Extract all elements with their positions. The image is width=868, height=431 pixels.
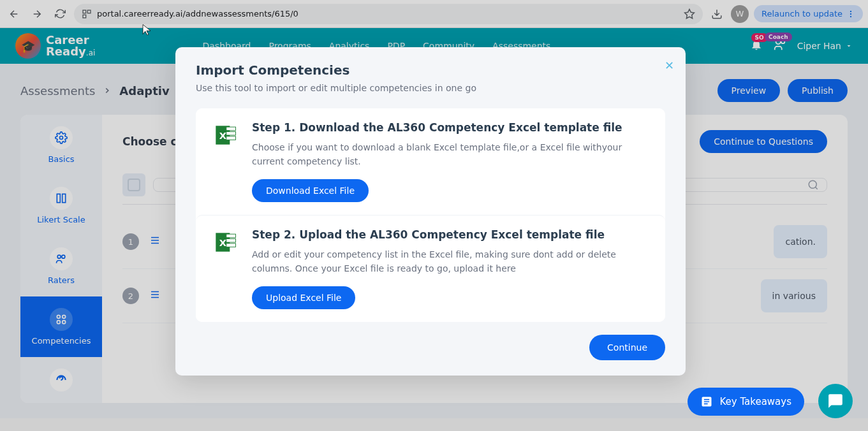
key-takeaways-button[interactable]: Key Takeaways <box>688 388 804 416</box>
download-excel-button[interactable]: Download Excel File <box>252 179 369 202</box>
step-2-card: X Step 2. Upload the AL360 Competency Ex… <box>196 215 665 322</box>
step-1-card: X Step 1. Download the AL360 Competency … <box>196 108 665 215</box>
svg-rect-33 <box>226 234 236 238</box>
modal-subtitle: Use this tool to import or edit multiple… <box>196 83 665 93</box>
svg-rect-30 <box>226 136 236 140</box>
svg-text:X: X <box>219 130 226 141</box>
chat-button[interactable] <box>818 384 853 418</box>
close-icon[interactable]: ✕ <box>665 59 674 72</box>
step-2-title: Step 2. Upload the AL360 Competency Exce… <box>252 228 650 241</box>
step-1-desc: Choose if you want to download a blank E… <box>252 140 650 169</box>
continue-button[interactable]: Continue <box>589 335 665 360</box>
step-2-desc: Add or edit your competency list in the … <box>252 247 650 276</box>
step-1-title: Step 1. Download the AL360 Competency Ex… <box>252 121 650 134</box>
svg-rect-28 <box>226 127 236 131</box>
svg-rect-34 <box>226 238 236 242</box>
svg-rect-29 <box>226 132 236 136</box>
excel-icon: X <box>211 228 239 256</box>
svg-rect-35 <box>226 244 236 247</box>
svg-text:X: X <box>219 237 226 247</box>
import-modal: ✕ Import Competencies Use this tool to i… <box>175 47 686 376</box>
modal-title: Import Competencies <box>196 62 665 78</box>
note-icon <box>700 395 713 408</box>
chat-icon <box>827 393 844 409</box>
upload-excel-button[interactable]: Upload Excel File <box>252 286 355 309</box>
excel-icon: X <box>211 121 239 149</box>
